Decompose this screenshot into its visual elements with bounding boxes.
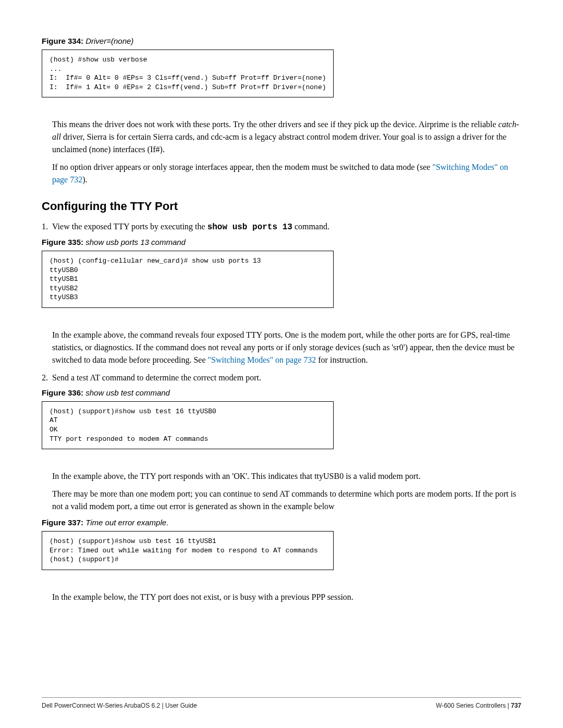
figure-337-code: (host) (support)#show usb test 16 ttyUSB…	[42, 531, 334, 570]
paragraph: If no option driver appears or only stor…	[52, 161, 521, 186]
inline-command: show usb ports 13	[207, 223, 292, 232]
figure-title: show usb ports 13 command	[85, 238, 186, 246]
figure-336-code: (host) (support)#show usb test 16 ttyUSB…	[42, 401, 334, 449]
text-run: command.	[292, 222, 329, 231]
paragraph: In the example below, the TTY port does …	[52, 591, 521, 603]
footer-separator: |	[506, 702, 511, 709]
list-number: 1.	[42, 220, 52, 233]
text-run: View the exposed TTY ports by executing …	[52, 222, 207, 231]
figure-label: Figure 336:	[42, 388, 83, 397]
figure-label: Figure 337:	[42, 518, 83, 527]
footer-left: Dell PowerConnect W-Series ArubaOS 6.2 |…	[42, 702, 197, 709]
document-page: Figure 334: Driver=(none) (host) #show u…	[0, 0, 563, 728]
paragraph: This means the driver does not work with…	[52, 118, 521, 156]
figure-337-caption: Figure 337: Time out error example.	[42, 518, 521, 527]
figure-title: Driver=(none)	[85, 36, 133, 45]
page-number: 737	[511, 702, 521, 709]
ordered-list-item: 2. Send a test AT command to determine t…	[42, 372, 521, 384]
list-text: Send a test AT command to determine the …	[52, 372, 521, 384]
page-footer: Dell PowerConnect W-Series ArubaOS 6.2 |…	[42, 697, 521, 709]
figure-label: Figure 334:	[42, 36, 83, 45]
text-run: ).	[82, 175, 87, 184]
footer-section: W-600 Series Controllers	[436, 702, 506, 709]
text-run: driver, Sierra is for certain Sierra car…	[52, 132, 507, 154]
figure-334-caption: Figure 334: Driver=(none)	[42, 36, 521, 45]
figure-title: Time out error example.	[85, 518, 168, 527]
figure-label: Figure 335:	[42, 238, 83, 246]
figure-335-caption: Figure 335: show usb ports 13 command	[42, 238, 521, 246]
paragraph: There may be more than one modem port; y…	[52, 488, 521, 513]
list-text: View the exposed TTY ports by executing …	[52, 220, 521, 233]
text-run: This means the driver does not work with…	[52, 120, 498, 129]
ordered-list-item: 1. View the exposed TTY ports by executi…	[42, 220, 521, 233]
figure-335-code: (host) (config-cellular new_card)# show …	[42, 251, 334, 308]
text-run: for instruction.	[316, 355, 368, 364]
section-heading: Configuring the TTY Port	[42, 200, 521, 213]
figure-336-caption: Figure 336: show usb test command	[42, 388, 521, 397]
figure-title: show usb test command	[85, 388, 170, 397]
paragraph: In the example above, the command reveal…	[52, 329, 521, 366]
text-run: If no option driver appears or only stor…	[52, 163, 432, 171]
figure-334-code: (host) #show usb verbose ... I: If#= 0 A…	[42, 50, 334, 97]
cross-reference-link[interactable]: "Switching Modes" on page 732	[208, 355, 316, 364]
list-number: 2.	[42, 372, 52, 384]
paragraph: In the example above, the TTY port respo…	[52, 470, 521, 483]
footer-right: W-600 Series Controllers | 737	[436, 702, 521, 709]
